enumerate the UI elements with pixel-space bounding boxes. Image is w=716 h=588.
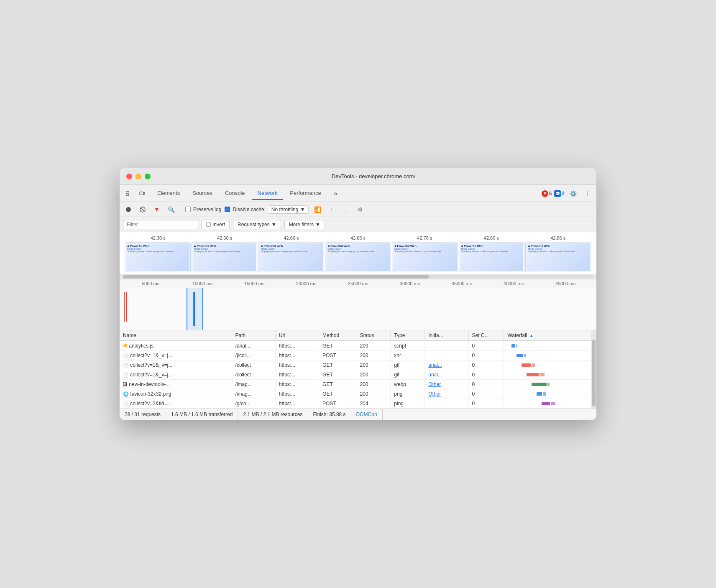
network-settings-icon[interactable]: ⚙ [355, 204, 366, 215]
tab-sources[interactable]: Sources [187, 187, 218, 200]
screenshot-1[interactable]: A Powerful Web. Made Easier. Simplifying… [192, 242, 258, 272]
ruler-1: 10000 ms [176, 281, 228, 286]
screenshots-row: A Powerful Web. Made Easier. Simplifying… [125, 242, 591, 272]
cell-initiator-1 [425, 351, 468, 360]
clear-button[interactable] [137, 204, 148, 215]
requests-count: 28 / 31 requests [120, 409, 166, 420]
screenshot-img-5: A Powerful Web. Made Easier. Simplifying… [460, 243, 524, 271]
col-status[interactable]: Status [356, 330, 391, 341]
cell-type-1: xhr [391, 351, 425, 360]
col-url[interactable]: Url [275, 330, 319, 341]
preserve-log-checkbox[interactable]: Preserve log [185, 207, 221, 212]
col-path[interactable]: Path [232, 330, 275, 341]
table-row[interactable]: 📄 collect?v=2&tid=... /g/co... https:...… [120, 399, 591, 409]
cell-type-2: gif [391, 360, 425, 370]
cell-url-2: https:... [275, 360, 319, 370]
screenshot-3[interactable]: A Powerful Web. Made Easier. Simplifying… [325, 242, 391, 272]
col-waterfall[interactable]: Waterfall ▲ [504, 330, 591, 341]
timeline-ruler: 5000 ms 10000 ms 15000 ms 20000 ms 25000… [120, 279, 596, 288]
table-row[interactable]: 📄 collect?v=1&_v=j... /collect https:...… [120, 360, 591, 370]
finish-time: Finish: 35.88 s [308, 409, 351, 420]
divider-1 [181, 205, 181, 214]
network-condition-icon[interactable]: 📶 [312, 204, 323, 215]
svg-rect-6 [140, 192, 143, 195]
window-title: DevTools - developer.chrome.com/ [157, 173, 590, 179]
table-row[interactable]: 📄 collect?v=1&_v=j... /collect https:...… [120, 370, 591, 380]
ruler-7: 40000 ms [488, 281, 540, 286]
table-row[interactable]: ❋ analytics.js /anal... https:... GET 20… [120, 341, 591, 351]
record-button[interactable] [123, 204, 134, 215]
screenshot-img-6: A Powerful Web. Made Easier. Simplifying… [527, 243, 590, 271]
svg-rect-7 [143, 192, 145, 194]
table-row[interactable]: 📄 collect?v=1&_v=j... /j/coll... https:.… [120, 351, 591, 360]
screenshot-2[interactable]: A Powerful Web. Made Easier. Simplifying… [258, 242, 324, 272]
horizontal-scrollbar[interactable] [120, 274, 596, 279]
more-tabs-button[interactable]: » [328, 187, 343, 200]
ruler-4: 25000 ms [332, 281, 384, 286]
cell-cookies-1: 0 [468, 351, 504, 360]
col-name[interactable]: Name [120, 330, 232, 341]
cell-initiator-4: Other [425, 380, 468, 389]
waterfall-bar-4 [507, 381, 588, 387]
preserve-log-checkbox-box[interactable] [185, 207, 191, 212]
screenshot-0[interactable]: A Powerful Web. Made Easier. Simplifying… [125, 242, 191, 272]
ts-4: 42.78 s [391, 235, 458, 240]
settings-icon[interactable]: ⚙️ [567, 188, 579, 199]
tab-elements[interactable]: Elements [151, 187, 186, 200]
disable-cache-checkbox-box[interactable]: ✓ [225, 207, 230, 212]
tab-performance[interactable]: Performance [284, 187, 327, 200]
cell-name-4: 🖼 new-in-devtools-... [120, 380, 232, 389]
table-row[interactable]: 🌐 favicon-32x32.png /imag... https:... G… [120, 389, 591, 399]
filter-icon[interactable]: ▼ [151, 204, 162, 215]
col-method[interactable]: Method [319, 330, 356, 341]
disable-cache-checkbox[interactable]: ✓ Disable cache [225, 207, 264, 212]
scrollbar-track[interactable] [123, 275, 593, 279]
timeline-bar-red-1 [124, 292, 125, 322]
screenshot-5[interactable]: A Powerful Web. Made Easier. Simplifying… [459, 242, 525, 272]
timeline-handle-2[interactable] [194, 292, 195, 326]
timeline-handle[interactable] [193, 292, 194, 326]
cell-waterfall-4 [504, 380, 591, 389]
more-menu-icon[interactable]: ⋮ [581, 188, 593, 199]
table-row[interactable]: 🖼 new-in-devtools-... /imag... https:...… [120, 380, 591, 389]
request-types-button[interactable]: Request types ▼ [233, 220, 281, 229]
resources-size: 2.1 MB / 2.1 MB resources [238, 409, 308, 420]
vscroll-thumb[interactable] [592, 340, 596, 406]
filter-input[interactable] [123, 220, 198, 229]
cell-path-3: /collect [232, 370, 275, 380]
timeline-chart[interactable] [120, 288, 596, 330]
tab-network[interactable]: Network [252, 187, 284, 200]
cell-method-4: GET [319, 380, 356, 389]
import-icon[interactable]: ↑ [326, 204, 337, 215]
table-scroll[interactable]: Name Path Url Method Status Type Initia.… [120, 330, 591, 409]
screenshot-img-4: A Powerful Web. Made Easier. Simplifying… [393, 243, 457, 271]
cell-initiator-0 [425, 341, 468, 351]
screenshot-4[interactable]: A Powerful Web. Made Easier. Simplifying… [392, 242, 458, 272]
col-set-cookies[interactable]: Set C... [468, 330, 504, 341]
col-type[interactable]: Type [391, 330, 425, 341]
svg-rect-5 [128, 194, 129, 196]
timestamps-row: 42.30 s 42.60 s 42.66 s 42.68 s 42.78 s … [125, 235, 591, 240]
timeline-selection[interactable] [187, 288, 203, 330]
close-button[interactable] [126, 174, 132, 179]
invert-button[interactable]: Invert [202, 220, 230, 229]
svg-rect-4 [126, 194, 128, 196]
fullscreen-button[interactable] [145, 174, 151, 179]
export-icon[interactable]: ↓ [340, 204, 351, 215]
minimize-button[interactable] [136, 174, 141, 179]
cursor-icon[interactable] [123, 188, 135, 199]
more-filters-button[interactable]: More filters ▼ [284, 220, 325, 229]
vertical-scrollbar[interactable] [591, 330, 596, 409]
screenshot-6[interactable]: A Powerful Web. Made Easier. Simplifying… [525, 242, 591, 272]
col-initiator[interactable]: Initia... [425, 330, 468, 341]
invert-checkbox[interactable] [206, 222, 211, 227]
search-icon[interactable]: 🔍 [166, 204, 176, 215]
title-bar: DevTools - developer.chrome.com/ [120, 168, 596, 185]
scrollbar-thumb[interactable] [123, 275, 429, 279]
cell-name-3: 📄 collect?v=1&_v=j... [120, 370, 232, 380]
cell-status-6: 204 [356, 399, 391, 409]
ts-0: 42.30 s [125, 235, 191, 240]
throttle-select[interactable]: No throttling ▼ [268, 205, 309, 214]
tab-console[interactable]: Console [219, 187, 251, 200]
device-toolbar-icon[interactable] [136, 188, 148, 199]
